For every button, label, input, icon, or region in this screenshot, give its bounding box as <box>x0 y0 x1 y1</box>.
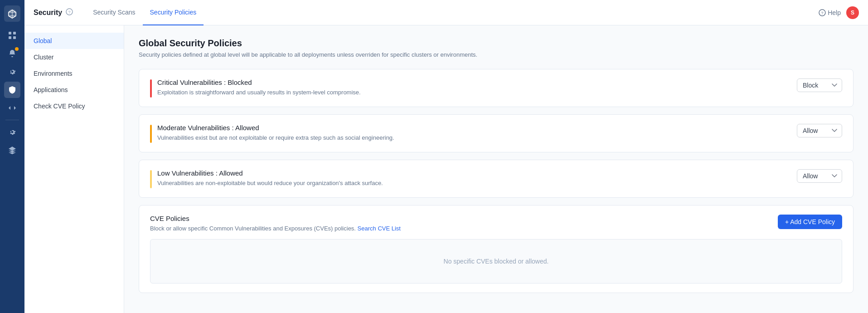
moderate-policy-card: Moderate Vulnerabilities : Allowed Vulne… <box>139 114 853 152</box>
sidebar: Global Cluster Environments Applications… <box>24 25 124 313</box>
critical-policy-title: Critical Vulnerabilities : Blocked <box>157 78 361 86</box>
nav-bell-icon[interactable] <box>4 45 20 62</box>
nav-gear-icon[interactable] <box>4 64 20 80</box>
critical-policy-select[interactable]: Block Allow <box>797 78 842 92</box>
top-nav: Security ? Security Scans Security Polic… <box>24 0 868 25</box>
low-policy-info: Low Vulnerabilities : Allowed Vulnerabil… <box>157 169 383 186</box>
low-policy-left: Low Vulnerabilities : Allowed Vulnerabil… <box>150 169 786 188</box>
cve-search-link[interactable]: Search CVE List <box>358 225 401 232</box>
page-section-title: Security <box>34 9 62 17</box>
svg-text:?: ? <box>821 11 824 15</box>
nav-shield-icon[interactable] <box>4 82 20 98</box>
sidebar-divider <box>5 120 19 120</box>
sidebar-item-global[interactable]: Global <box>24 33 124 49</box>
critical-policy-desc: Exploitation is straightforward and usua… <box>157 89 361 96</box>
critical-policy-action: Block Allow <box>797 78 842 92</box>
low-policy-title: Low Vulnerabilities : Allowed <box>157 169 383 177</box>
low-policy-action: Allow Block <box>797 169 842 183</box>
title-help-icon: ? <box>66 8 73 17</box>
critical-severity-indicator <box>150 79 152 98</box>
sidebar-item-cluster[interactable]: Cluster <box>24 49 124 65</box>
cve-title: CVE Policies <box>150 215 401 222</box>
help-button[interactable]: ? Help <box>819 9 841 16</box>
critical-policy-left: Critical Vulnerabilities : Blocked Explo… <box>150 78 786 98</box>
svg-rect-7 <box>9 36 11 39</box>
top-nav-right: ? Help S <box>819 6 859 19</box>
top-nav-tabs: Security Scans Security Policies <box>86 0 204 25</box>
main-wrap: Security ? Security Scans Security Polic… <box>24 0 868 313</box>
svg-rect-8 <box>13 36 16 39</box>
user-avatar[interactable]: S <box>846 6 859 19</box>
page-subtitle: Security policies defined at global leve… <box>139 51 853 58</box>
notification-badge <box>15 47 19 51</box>
cve-empty-area: No specific CVEs blocked or allowed. <box>150 239 842 284</box>
sidebar-item-check-cve[interactable]: Check CVE Policy <box>24 98 124 114</box>
low-policy-card: Low Vulnerabilities : Allowed Vulnerabil… <box>139 160 853 198</box>
icon-sidebar <box>0 0 24 313</box>
sidebar-item-environments[interactable]: Environments <box>24 65 124 82</box>
svg-rect-5 <box>9 32 11 34</box>
svg-text:?: ? <box>68 10 71 15</box>
nav-code-icon[interactable] <box>4 100 20 116</box>
top-nav-left: Security ? Security Scans Security Polic… <box>34 0 204 25</box>
critical-policy-card: Critical Vulnerabilities : Blocked Explo… <box>139 69 853 107</box>
critical-policy-info: Critical Vulnerabilities : Blocked Explo… <box>157 78 361 96</box>
svg-rect-6 <box>13 32 16 34</box>
main-content: Global Security Policies Security polici… <box>124 25 868 313</box>
moderate-policy-info: Moderate Vulnerabilities : Allowed Vulne… <box>157 124 394 141</box>
content-area: Global Cluster Environments Applications… <box>24 25 868 313</box>
low-policy-select[interactable]: Allow Block <box>797 169 842 183</box>
tab-security-scans[interactable]: Security Scans <box>86 0 142 25</box>
nav-apps-icon[interactable] <box>4 27 20 44</box>
add-cve-button[interactable]: + Add CVE Policy <box>778 215 842 229</box>
nav-settings-icon[interactable] <box>4 124 20 140</box>
app-logo[interactable] <box>4 5 20 22</box>
cve-section: CVE Policies Block or allow specific Com… <box>139 205 853 293</box>
low-policy-desc: Vulnerabilities are non-exploitable but … <box>157 180 383 186</box>
moderate-policy-select[interactable]: Allow Block <box>797 124 842 137</box>
cve-header: CVE Policies Block or allow specific Com… <box>150 215 842 232</box>
moderate-policy-left: Moderate Vulnerabilities : Allowed Vulne… <box>150 124 786 143</box>
nav-layers-icon[interactable] <box>4 142 20 158</box>
sidebar-item-applications[interactable]: Applications <box>24 82 124 98</box>
cve-header-info: CVE Policies Block or allow specific Com… <box>150 215 401 232</box>
moderate-severity-indicator <box>150 125 152 143</box>
moderate-policy-title: Moderate Vulnerabilities : Allowed <box>157 124 394 132</box>
cve-desc: Block or allow specific Common Vulnerabi… <box>150 225 401 232</box>
page-title: Global Security Policies <box>139 38 853 49</box>
tab-security-policies[interactable]: Security Policies <box>143 0 204 25</box>
moderate-policy-action: Allow Block <box>797 124 842 137</box>
low-severity-indicator <box>150 170 152 188</box>
moderate-policy-desc: Vulnerabilities exist but are not exploi… <box>157 134 394 141</box>
